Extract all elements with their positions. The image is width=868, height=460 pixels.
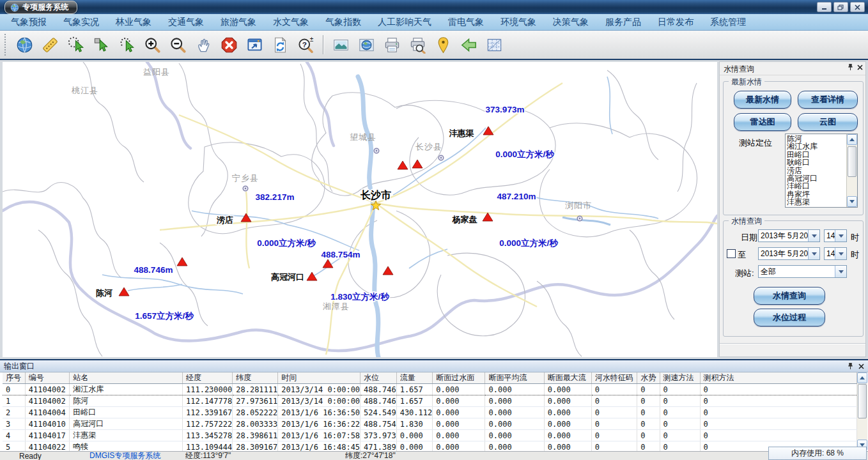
station-list-item[interactable]: 湘江水库 xyxy=(787,142,846,150)
column-header-12[interactable]: 河水特征码 xyxy=(591,372,637,384)
dropdown-arrow-icon[interactable] xyxy=(808,248,819,259)
view-details-button[interactable]: 查看详情 xyxy=(798,91,858,109)
menu-item-1[interactable]: 气象预报 xyxy=(3,14,55,30)
menu-item-12[interactable]: 服务产品 xyxy=(597,14,649,30)
select-arrow-tool-button[interactable] xyxy=(90,33,112,56)
print-preview-tool-button[interactable] xyxy=(407,33,428,56)
map-canvas[interactable]: 益阳县桃江县望城县长沙县宁乡县浏阳市湘潭县沣惠渠涝店杨家盘陈河高冠河口373.9… xyxy=(3,62,717,357)
station-marker-triangle[interactable] xyxy=(177,257,187,266)
full-extent-tool-button[interactable] xyxy=(244,33,265,56)
globe-tool-button[interactable] xyxy=(13,33,35,56)
hour-to-combo[interactable]: 14 xyxy=(824,247,847,260)
output-title-bar[interactable]: 输出窗口 xyxy=(0,360,868,372)
toolbar-grip[interactable] xyxy=(4,34,8,56)
zoom-in-tool-button[interactable] xyxy=(141,33,163,56)
station-list-item[interactable]: 沣峪口 xyxy=(787,182,846,190)
latest-water-button[interactable]: 最新水情 xyxy=(734,91,791,109)
pan-tool-button[interactable] xyxy=(192,33,214,56)
column-header-11[interactable]: 断面最大流 xyxy=(544,372,591,384)
dropdown-arrow-icon[interactable] xyxy=(835,266,846,277)
menu-item-14[interactable]: 系统管理 xyxy=(702,14,754,30)
column-header-2[interactable]: 编号 xyxy=(25,372,69,384)
column-header-3[interactable]: 站名 xyxy=(70,372,183,384)
restore-button[interactable] xyxy=(833,2,848,12)
export-image-tool-button[interactable] xyxy=(330,33,352,56)
app-tab[interactable]: 专项服务系统 xyxy=(4,1,77,14)
station-marker-triangle[interactable] xyxy=(398,161,408,169)
station-listbox[interactable]: 陈河湘江水库田峪口耿峪口涝店高冠河口沣峪口冉家坪沣惠渠 xyxy=(785,134,858,208)
select-circle-tool-button[interactable] xyxy=(65,33,86,56)
station-marker-triangle[interactable] xyxy=(483,126,493,135)
scroll-down-button[interactable] xyxy=(847,196,857,207)
table-row-2[interactable]: 241104004田峪口112.33916728.0522222013/1/6 … xyxy=(3,407,857,418)
web-map-tool-button[interactable] xyxy=(355,33,377,56)
column-header-10[interactable]: 断面平均流 xyxy=(485,372,544,384)
hour-from-combo[interactable]: 14 xyxy=(824,229,847,242)
column-header-15[interactable]: 测积方法 xyxy=(700,372,856,384)
to-date-checkbox[interactable] xyxy=(727,249,736,258)
table-row-4[interactable]: 441104017沣惠渠113.34527828.3986112013/1/6 … xyxy=(3,430,857,441)
menu-item-11[interactable]: 决策气象 xyxy=(545,14,597,30)
dropdown-arrow-icon[interactable] xyxy=(835,248,846,259)
column-header-8[interactable]: 流量 xyxy=(396,372,433,384)
menu-item-9[interactable]: 雷电气象 xyxy=(440,14,492,30)
dropdown-arrow-icon[interactable] xyxy=(835,230,846,241)
tile-grid-tool-button[interactable] xyxy=(483,33,505,56)
table-row-3[interactable]: 341104010高冠河口112.75722228.0033332013/1/6… xyxy=(3,418,857,430)
column-header-1[interactable]: 序号 xyxy=(3,372,25,384)
measure-tool-button[interactable] xyxy=(39,33,61,56)
date-to-combo[interactable]: 2013年 5月20日 xyxy=(758,247,820,260)
water-query-button[interactable]: 水情查询 xyxy=(754,287,825,305)
table-row-5[interactable]: 541104022鸣犊113.10944428.3091672013/1/6 1… xyxy=(3,441,857,452)
print-tool-button[interactable] xyxy=(381,33,403,56)
dropdown-arrow-icon[interactable] xyxy=(808,230,819,241)
scroll-up-button[interactable] xyxy=(847,134,857,145)
menu-item-6[interactable]: 水文气象 xyxy=(265,14,317,30)
pin-icon[interactable] xyxy=(848,63,853,71)
table-row-0[interactable]: 041104002湘江水库111.23000028.2811112013/3/1… xyxy=(3,384,857,395)
column-header-4[interactable]: 经度 xyxy=(182,372,232,384)
pin-icon[interactable] xyxy=(848,362,853,370)
scroll-up-button[interactable] xyxy=(857,372,867,383)
identify-tool-button[interactable]: ? ± xyxy=(295,33,316,56)
minimize-button[interactable] xyxy=(817,2,832,12)
menu-item-13[interactable]: 日常发布 xyxy=(649,14,702,30)
station-marker-triangle[interactable] xyxy=(383,266,393,275)
close-button[interactable] xyxy=(850,2,865,12)
menu-item-10[interactable]: 环境气象 xyxy=(492,14,545,30)
station-list-item[interactable]: 耿峪口 xyxy=(787,158,846,166)
date-from-combo[interactable]: 2013年 5月20日 xyxy=(758,229,820,242)
menu-item-2[interactable]: 气象实况 xyxy=(55,14,107,30)
station-marker-triangle[interactable] xyxy=(241,213,251,222)
close-panel-icon[interactable] xyxy=(858,364,864,369)
station-select-combo[interactable]: 全部 xyxy=(758,265,847,278)
select-points-tool-button[interactable] xyxy=(116,33,137,56)
menu-item-4[interactable]: 交通气象 xyxy=(160,14,212,30)
map-panel[interactable]: 益阳县桃江县望城县长沙县宁乡县浏阳市湘潭县沣惠渠涝店杨家盘陈河高冠河口373.9… xyxy=(3,62,717,357)
station-marker-triangle[interactable] xyxy=(119,288,129,296)
column-header-14[interactable]: 测速方法 xyxy=(660,372,700,384)
placemark-tool-button[interactable] xyxy=(432,33,454,56)
menu-item-5[interactable]: 旅游气象 xyxy=(212,14,265,30)
column-header-9[interactable]: 断面过水面 xyxy=(433,372,485,384)
close-panel-icon[interactable] xyxy=(857,65,863,70)
refresh-tool-button[interactable] xyxy=(269,33,291,56)
listbox-scrollbar[interactable] xyxy=(846,134,857,207)
station-marker-triangle[interactable] xyxy=(307,272,317,280)
water-level-process-button[interactable]: 水位过程 xyxy=(754,309,825,326)
stop-tool-button[interactable] xyxy=(218,33,240,56)
menu-item-7[interactable]: 气象指数 xyxy=(317,14,369,30)
output-scrollbar[interactable] xyxy=(857,372,867,450)
table-row-1[interactable]: 141104002陈河112.14777827.9736112013/3/14 … xyxy=(3,395,857,407)
radar-image-button[interactable]: 雷达图 xyxy=(734,113,791,131)
station-marker-triangle[interactable] xyxy=(412,160,422,168)
column-header-5[interactable]: 纬度 xyxy=(233,372,278,384)
menu-item-3[interactable]: 林业气象 xyxy=(107,14,160,30)
back-tool-button[interactable] xyxy=(458,33,479,56)
column-header-7[interactable]: 水位 xyxy=(360,372,397,384)
column-header-6[interactable]: 时间 xyxy=(278,372,360,384)
panel-header[interactable]: 水情查询 xyxy=(720,62,865,75)
station-marker-triangle[interactable] xyxy=(483,213,493,221)
menu-item-8[interactable]: 人工影响天气 xyxy=(369,14,440,30)
zoom-out-tool-button[interactable] xyxy=(167,33,189,56)
